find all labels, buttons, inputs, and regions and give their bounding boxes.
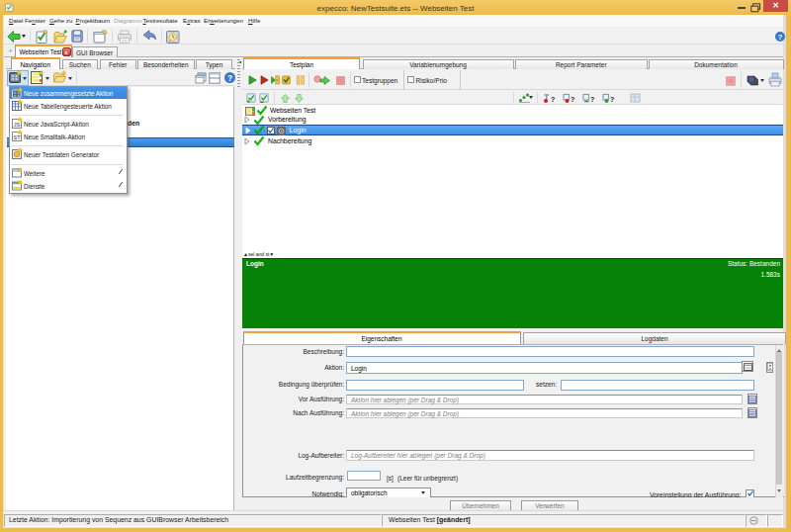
svg-text:?: ? [551, 96, 555, 103]
svg-text:?: ? [226, 72, 231, 82]
svg-text:?: ? [590, 96, 594, 103]
svg-text:?: ? [610, 96, 614, 103]
svg-text:?: ? [778, 32, 783, 41]
svg-text:?: ? [571, 96, 574, 103]
